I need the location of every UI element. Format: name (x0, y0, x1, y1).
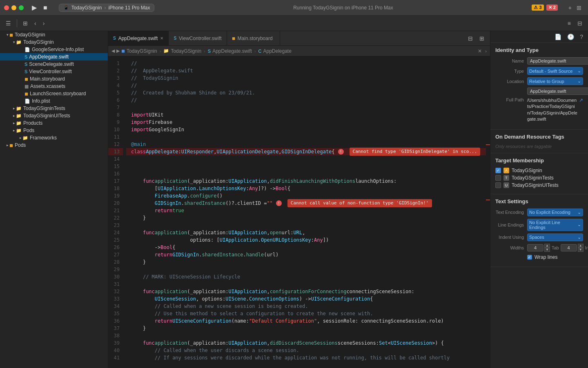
inspector-on-demand-section: On Demand Resource Tags Only resources a… (490, 130, 588, 153)
wrap-lines-checkbox[interactable]: ✓ (527, 255, 532, 260)
code-line-3: // TodayGSignin (126, 74, 486, 82)
code-content[interactable]: // // AppDelegate.swift // TodayGSignin … (126, 56, 486, 368)
breadcrumb-project[interactable]: TodayGSignin (127, 48, 157, 54)
breadcrumb-class[interactable]: AppDelegate (263, 48, 291, 54)
tab-bar: S AppDelegate.swift ✕ S ViewController.s… (108, 31, 490, 46)
breadcrumb-file[interactable]: AppDelegate.swift (212, 48, 252, 54)
tab-close-icon[interactable]: ✕ (160, 36, 163, 40)
code-line-30: // MARK: UISceneSession Lifecycle (126, 273, 486, 280)
arrow-icon: ▸ (13, 106, 15, 110)
forward-button[interactable]: › (40, 18, 47, 28)
arrow-icon: ▸ (20, 136, 22, 140)
scroll-indicator (486, 56, 490, 368)
sidebar-item-uitests[interactable]: ▸ 📁 TodayGSigninUITests (0, 112, 108, 119)
indent-stepper: ▲ ▼ (578, 244, 584, 252)
tab-width-input[interactable] (527, 244, 543, 251)
breadcrumb-close[interactable]: ✕ (478, 48, 482, 54)
indent-stepper-up[interactable]: ▲ (578, 244, 584, 248)
sidebar-item-tests[interactable]: ▸ 📁 TodayGSigninTests (0, 105, 108, 112)
error-badge: ✕ 2 (546, 4, 558, 11)
target-check-1[interactable] (495, 175, 501, 181)
plist-icon: 📄 (24, 99, 30, 104)
breadcrumb-nav-right[interactable]: ▶ (116, 48, 120, 54)
sidebar-item-appdelegate[interactable]: S AppDelegate.swift (0, 53, 108, 61)
canvas-button[interactable]: ⊞ (477, 34, 487, 43)
inspector-location-select[interactable]: Relative to Group ⌄ (527, 77, 583, 85)
target-row-2: U TodayGSigninUITests (495, 182, 583, 188)
inspector-name-input[interactable] (527, 57, 588, 65)
sidebar-item-launchscreen[interactable]: ◼ LaunchScreen.storyboard (0, 90, 108, 97)
line-endings-select[interactable]: No Explicit Line Endings ⌄ (527, 219, 583, 231)
inspector-location-file-input[interactable] (527, 88, 588, 95)
tab-appdelegate[interactable]: S AppDelegate.swift ✕ (108, 31, 169, 45)
code-line-31 (126, 280, 486, 288)
sidebar-item-todaysignin-group[interactable]: ▾ 📁 TodayGSignin (0, 38, 108, 46)
code-line-35: // Use this method to select a configura… (126, 310, 486, 317)
sidebar-item-googleservice[interactable]: 📄 GoogleService-Info.plist (0, 46, 108, 53)
code-line-32: func application(_ application: UIApplic… (126, 288, 486, 295)
indent-using-select[interactable]: Spaces ⌄ (527, 233, 583, 241)
window-controls[interactable] (4, 5, 24, 10)
indent-width-input[interactable] (561, 244, 577, 251)
line-endings-label: Line Endings (495, 222, 524, 227)
stop-button[interactable]: ■ (40, 2, 51, 13)
scheme-selector[interactable]: 📱 TodayGSignin › iPhone 11 Pro Max (59, 4, 155, 12)
list-button[interactable]: ≡ (565, 18, 573, 28)
breadcrumb-expand[interactable]: › (485, 49, 487, 54)
target-name-0: TodayGSignin (512, 168, 542, 173)
sidebar-item-assets[interactable]: ▦ Assets.xcassets (0, 83, 108, 90)
grid-view-button[interactable]: ⊞ (20, 18, 30, 28)
sidebar-item-pods[interactable]: ▸ 📁 Pods (0, 127, 108, 134)
split-editor-button[interactable]: ⊟ (466, 34, 475, 43)
error-circle-icon: ! (338, 149, 344, 155)
sidebar-item-mainstoryboard[interactable]: ◼ Main.storyboard (0, 75, 108, 83)
minimize-button[interactable] (11, 5, 16, 10)
folder-icon: 📁 (16, 106, 22, 111)
text-encoding-select[interactable]: No Explicit Encoding ⌄ (527, 209, 583, 216)
sidebar-item-infoplist[interactable]: 📄 Info.plist (0, 97, 108, 105)
code-line-33: UISceneSession, options: UIScene.Connect… (126, 295, 486, 303)
inspector-tab-history[interactable]: 🕐 (566, 33, 576, 41)
text-encoding-label: Text Encoding (495, 210, 524, 215)
path-link-icon[interactable]: ↗ (579, 97, 583, 103)
add-button[interactable]: + (566, 3, 574, 13)
sidebar-item-products[interactable]: ▸ 📁 Products (0, 119, 108, 127)
run-button[interactable]: ▶ (29, 2, 40, 13)
code-line-11 (126, 133, 486, 141)
target-check-0[interactable]: ✓ (495, 168, 501, 173)
sidebar: ▾ ◼ TodayGSignin ▾ 📁 TodayGSignin 📄 Goog… (0, 31, 108, 368)
breadcrumb-group[interactable]: TodayGSignin (171, 48, 201, 54)
indent-stepper-down[interactable]: ▼ (578, 248, 584, 252)
close-button[interactable] (4, 5, 9, 10)
inspector-name-row: Name (495, 57, 583, 65)
inspector-toggle[interactable]: ⊟ (575, 18, 585, 28)
code-line-7 (126, 104, 486, 111)
sidebar-item-pods-root[interactable]: ▸ ◼ Pods (0, 141, 108, 149)
target-check-2[interactable] (495, 182, 501, 188)
inspector-tab-help[interactable]: ? (578, 33, 585, 41)
sidebar-item-scenedelegate[interactable]: S SceneDelegate.swift (0, 61, 108, 68)
code-line-9: import Firebase (126, 119, 486, 126)
sidebar-item-viewcontroller[interactable]: S ViewController.swift (0, 68, 108, 75)
error-scroll-marker-2 (486, 200, 490, 200)
breadcrumb-nav-left[interactable]: ◀ (111, 48, 115, 54)
code-line-14 (126, 155, 486, 163)
back-button[interactable]: ‹ (32, 18, 39, 28)
text-encoding-row: Text Encoding No Explicit Encoding ⌄ (495, 209, 583, 216)
sidebar-item-frameworks[interactable]: ▸ 📁 Frameworks (0, 134, 108, 141)
inspector-section-title: Identity and Type (495, 47, 583, 53)
inspector-tab-file[interactable]: 📄 (553, 33, 563, 41)
sidebar-toggle[interactable]: ☰ (3, 18, 13, 28)
tab-stepper-down[interactable]: ▼ (544, 248, 550, 252)
maximize-button[interactable] (19, 5, 24, 10)
sidebar-item-todaysignin-root[interactable]: ▾ ◼ TodayGSignin (0, 31, 108, 38)
arrow-icon: ▸ (7, 143, 9, 147)
tab-stepper-up[interactable]: ▲ (544, 244, 550, 248)
layout-button[interactable]: ⊞ (574, 3, 584, 13)
code-line-39: func application(_ application: UIApplic… (126, 339, 486, 347)
taggable-hint: Only resources are taggable (495, 144, 583, 149)
code-line-38 (126, 332, 486, 339)
tab-viewcontroller[interactable]: S ViewController.swift (169, 31, 227, 45)
inspector-type-select[interactable]: Default - Swift Source ⌄ (527, 67, 583, 75)
tab-mainstoryboard[interactable]: ◼ Main.storyboard (227, 31, 280, 45)
